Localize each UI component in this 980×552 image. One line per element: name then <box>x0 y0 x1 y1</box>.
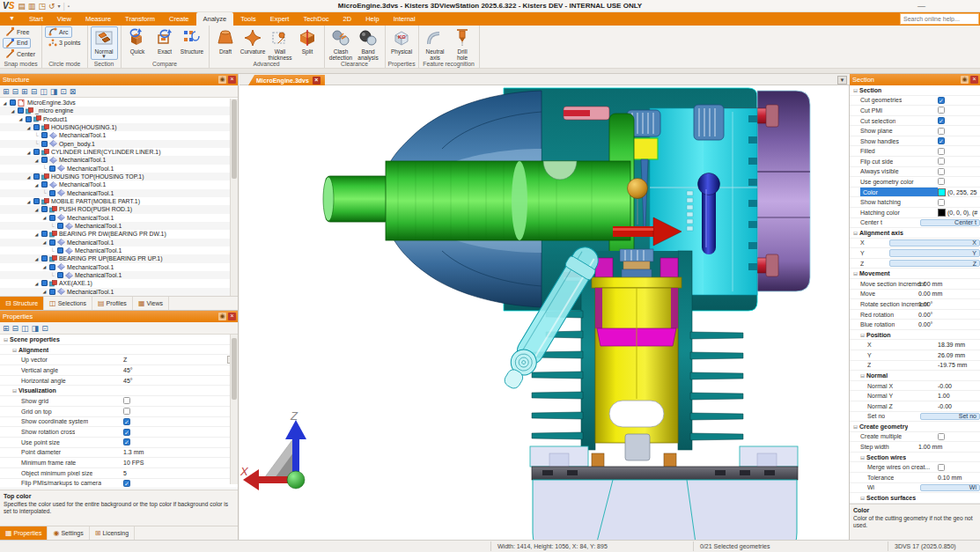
wall-thickness-button[interactable]: Wall thickness <box>267 26 294 62</box>
property-row-show-hatching[interactable]: Show hatching <box>850 197 980 208</box>
tree-item-mechanicaltool-1[interactable]: └MechanicalTool.1 <box>0 131 230 139</box>
properties-panel-header[interactable]: Properties ◉ × <box>0 311 238 322</box>
visibility-checkbox[interactable] <box>41 231 48 237</box>
checkbox-flip-cut-side[interactable] <box>938 158 945 165</box>
tree-expand-icon[interactable]: ◢ <box>41 215 48 220</box>
neutral-axis-button[interactable]: Neutral axis <box>422 26 449 62</box>
band-analysis-button[interactable]: Band analysis <box>355 26 382 62</box>
free-button[interactable]: Free <box>3 26 33 38</box>
color-swatch[interactable] <box>938 209 946 217</box>
checkbox-show-handles[interactable]: ✓ <box>938 137 945 144</box>
visibility-checkbox[interactable] <box>33 124 40 130</box>
tree-item-mechanicaltool-1[interactable]: └MechanicalTool.1 <box>0 189 230 197</box>
property-row-normal-y[interactable]: Normal Y1.00 <box>850 391 980 401</box>
engine-section-model[interactable]: Z X <box>239 85 850 540</box>
visibility-checkbox[interactable] <box>41 280 48 286</box>
checkbox-use-geometry-color[interactable] <box>938 178 945 185</box>
structure-panel-header[interactable]: Structure ◉ × <box>0 74 238 85</box>
tree-item-mechanicaltool-1[interactable]: ◢MechanicalTool.1 <box>0 288 230 296</box>
menu-tab-techdoc[interactable]: TechDoc <box>296 12 335 26</box>
structure-tab-views[interactable]: ▦Views <box>133 297 169 310</box>
close-icon[interactable]: × <box>228 313 236 320</box>
quick-button[interactable]: Quick <box>124 26 151 55</box>
collapse-icon[interactable]: ⊟ <box>12 387 17 394</box>
structure-tool-5-icon[interactable]: ◨ <box>50 86 58 97</box>
visibility-checkbox[interactable] <box>57 272 63 278</box>
visibility-checkbox[interactable] <box>41 132 48 138</box>
checkbox-show-coordinate-system[interactable]: ✓ <box>123 418 130 425</box>
visibility-checkbox[interactable] <box>26 116 32 122</box>
tree-item-bearing-pr-dw-bearing-pr-dw-1[interactable]: ◢BEARING PR DW(BEARING PR DW.1) <box>0 230 230 238</box>
tree-expand-icon[interactable]: ◢ <box>33 207 40 212</box>
property-row-center-t[interactable]: Center tCenter t <box>850 218 980 229</box>
visibility-checkbox[interactable] <box>49 239 55 246</box>
align-axis-y-button[interactable]: Y <box>889 249 980 257</box>
properties-tool-2-icon[interactable]: ◫ <box>21 323 29 334</box>
property-row-up-vector[interactable]: Up vectorZ▾ <box>0 355 238 365</box>
property-row-move[interactable]: Move0.00 mm <box>850 290 980 300</box>
property-row-wi[interactable]: WiWi <box>850 483 980 494</box>
center-t-button[interactable]: Center t <box>920 219 980 227</box>
tree-expand-icon[interactable]: ◢ <box>26 125 32 130</box>
structure-tool-4-icon[interactable]: ◫ <box>40 86 48 97</box>
property-row-flip-pmis-markups-to-camera[interactable]: Flip PMIs/markups to camera✓ <box>0 479 238 489</box>
property-row-use-point-size[interactable]: Use point size✓ <box>0 438 238 448</box>
tree-item-mechanicaltool-1[interactable]: ◢MechanicalTool.1 <box>0 156 230 164</box>
tree-item-cylinder-liner-cylinder-liner-1[interactable]: ◢CYLINDER LINER(CYLINDER LINER.1) <box>0 148 230 156</box>
tree-expand-icon[interactable]: ◢ <box>33 256 40 261</box>
tree-expand-icon[interactable]: ◢ <box>26 174 32 180</box>
property-row-y[interactable]: YY <box>850 248 980 259</box>
checkbox-show-hatching[interactable] <box>938 199 945 206</box>
properties-tool-0-icon[interactable]: ⊞ <box>3 323 10 334</box>
normal-button[interactable]: Normal▼ <box>91 26 118 60</box>
tree-item-mobile-part-mobile-part-1[interactable]: ◢MOBILE PART(MOBILE PART.1) <box>0 197 230 205</box>
property-row-use-geometry-color[interactable]: Use geometry color <box>850 177 980 188</box>
property-row-blue-rotation[interactable]: Blue rotation0.00° <box>850 320 980 330</box>
exact-button[interactable]: Exact <box>151 26 179 55</box>
visibility-checkbox[interactable] <box>49 264 55 270</box>
property-row-filled[interactable]: Filled <box>850 146 980 157</box>
properties-tab-licensing[interactable]: ⊞Licensing <box>90 526 135 540</box>
pin-icon[interactable]: ◉ <box>961 76 969 84</box>
ribbon-overflow-icon[interactable]: ▼ <box>0 12 22 26</box>
tree-item-mechanicaltool-1[interactable]: ◢MechanicalTool.1 <box>0 263 230 271</box>
collapse-icon[interactable]: ⊟ <box>860 495 865 501</box>
structure-button[interactable]: Structure <box>179 26 206 55</box>
visibility-checkbox[interactable] <box>33 198 40 204</box>
menu-tab-2d[interactable]: 2D <box>336 12 359 26</box>
split-button[interactable]: Split <box>294 26 321 55</box>
property-row-horizontal-angle[interactable]: Horizontal angle45° <box>0 376 238 386</box>
section-panel-header[interactable]: Section ◉ × <box>850 74 980 85</box>
property-row-color[interactable]: Color(0, 255, 25 <box>850 188 980 198</box>
visibility-checkbox[interactable] <box>57 247 63 254</box>
checkbox-merge-wires-on-creat[interactable] <box>938 464 945 471</box>
property-row-cut-selection[interactable]: Cut selection✓ <box>850 116 980 127</box>
menu-tab-help[interactable]: Help <box>358 12 386 26</box>
viewport-list-dropdown-icon[interactable]: ▼ <box>837 76 847 85</box>
checkbox-cut-pmi[interactable] <box>938 107 945 114</box>
piston-assembly[interactable] <box>592 249 682 443</box>
property-row-y[interactable]: Y26.09 mm <box>850 350 980 361</box>
checkbox-cut-selection[interactable]: ✓ <box>938 117 945 124</box>
checkbox-show-plane[interactable] <box>938 128 945 135</box>
search-input[interactable] <box>900 13 979 25</box>
visibility-checkbox[interactable] <box>41 141 48 147</box>
menu-tab-internal[interactable]: Internal <box>387 12 423 26</box>
property-row-always-visible[interactable]: Always visible <box>850 167 980 178</box>
tree-item-mechanicaltool-1[interactable]: └MechanicalTool.1 <box>0 271 230 279</box>
menu-tab-tools[interactable]: Tools <box>233 12 263 26</box>
tree-item-mechanicaltool-1[interactable]: └MechanicalTool.1 <box>0 165 230 173</box>
visibility-checkbox[interactable] <box>33 149 40 155</box>
collapse-icon[interactable]: ⊟ <box>853 87 858 93</box>
tree-item-housing-housing-1[interactable]: ◢HOUSING(HOUSING.1) <box>0 123 230 131</box>
align-axis-x-button[interactable]: X <box>889 239 980 247</box>
tree-item-axe-axe-1[interactable]: ◢AXE(AXE.1) <box>0 279 230 287</box>
viewport-3d[interactable]: Z X <box>239 85 850 540</box>
property-row-red-rotation[interactable]: Red rotation0.00° <box>850 310 980 320</box>
property-row-show-rotation-cross[interactable]: Show rotation cross✓ <box>0 427 238 438</box>
properties-tool-4-icon[interactable]: ⊡ <box>41 323 48 334</box>
property-row-cut-geometries[interactable]: Cut geometries✓ <box>850 96 980 107</box>
menu-tab-analyze[interactable]: Analyze <box>196 12 234 26</box>
tree-expand-icon[interactable]: ◢ <box>26 199 32 204</box>
visibility-checkbox[interactable] <box>49 289 55 295</box>
